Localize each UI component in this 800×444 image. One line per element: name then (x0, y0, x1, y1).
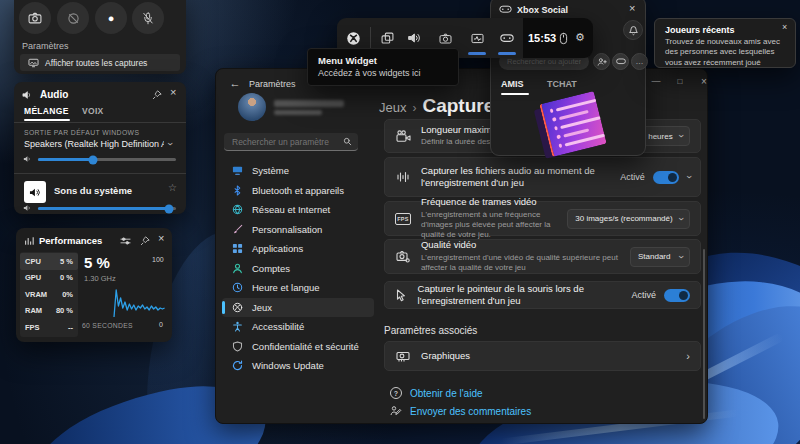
feedback-icon (390, 405, 402, 417)
bluetooth-icon (232, 185, 243, 196)
audio-widget-button[interactable] (402, 26, 426, 50)
notifications-button[interactable] (623, 20, 643, 40)
tab-voix[interactable]: VOIX (82, 106, 104, 116)
record-last-30s-button-disabled[interactable] (57, 2, 89, 34)
scrollbar[interactable] (703, 249, 705, 419)
breadcrumb: Jeux › Captures (379, 95, 505, 117)
chevron-right-icon: › (686, 350, 690, 362)
settings-search[interactable] (224, 133, 358, 151)
sidebar-item-comptes[interactable]: Comptes (222, 259, 374, 279)
recent-players-toast[interactable]: Joueurs récents × Trouvez de nouveaux am… (654, 18, 796, 68)
back-button[interactable]: ← (226, 75, 244, 91)
screenshot-button[interactable] (19, 2, 51, 34)
person-add-icon (597, 57, 607, 67)
sidebar-item-personnalisation[interactable]: Personnalisation (222, 220, 374, 240)
setting-row-capture-cursor[interactable]: Capturer le pointeur de la souris lors d… (384, 281, 701, 309)
performance-widget-button[interactable] (465, 26, 489, 50)
search-icon (343, 137, 352, 146)
close-icon[interactable]: × (158, 233, 164, 244)
avatar[interactable] (238, 93, 266, 121)
cpu-frequency: 1.30 GHz (84, 274, 116, 283)
stat-label: FPS (25, 323, 40, 332)
mouse-passthrough-button[interactable] (559, 32, 568, 45)
close-icon[interactable]: × (170, 87, 176, 98)
tab-melange[interactable]: MÉLANGE (24, 106, 69, 116)
output-device-select[interactable]: Speakers (Realtek High Definition Audio(… (24, 139, 178, 149)
sidebar-item-accessibilite[interactable]: Accessibilité (222, 317, 374, 337)
breadcrumb-parent[interactable]: Jeux (379, 100, 406, 115)
show-all-captures-button[interactable]: Afficher toutes les captures (20, 54, 180, 71)
main-volume-slider[interactable] (38, 158, 176, 161)
xbox-home-button[interactable] (341, 26, 365, 50)
settings-search-input[interactable] (232, 137, 343, 147)
clock-icon (232, 282, 243, 293)
tab-tchat[interactable]: TCHAT (547, 79, 577, 89)
gpu-icon (395, 350, 411, 363)
close-button[interactable]: × (692, 73, 716, 89)
widget-menu-button[interactable] (375, 26, 399, 50)
maximize-icon: □ (678, 77, 683, 86)
video-quality-dropdown[interactable]: Standard› (630, 247, 690, 267)
frame-rate-dropdown[interactable]: 30 images/s (recommandé)› (567, 209, 690, 229)
sidebar-item-heure-langue[interactable]: Heure et langue (222, 278, 374, 298)
setting-row-capture-audio[interactable]: Capturer les fichiers audio au moment de… (384, 157, 701, 197)
stat-row-ram[interactable]: RAM80 % (20, 303, 78, 320)
sidebar-item-jeux[interactable]: Jeux (222, 298, 374, 318)
setting-row-frame-rate[interactable]: FPS Fréquence de trames vidéo L'enregist… (384, 201, 701, 236)
dropdown-value: 2 heures (642, 132, 673, 141)
speaker-icon (22, 90, 33, 100)
shield-icon (232, 341, 243, 352)
send-feedback-link[interactable]: Envoyer des commentaires (390, 405, 531, 417)
lfg-button[interactable] (612, 53, 629, 70)
sidebar-item-label: Personnalisation (252, 224, 322, 235)
stat-row-fps[interactable]: FPS-- (20, 319, 78, 336)
filter-sliders-icon[interactable] (120, 236, 131, 246)
fps-icon: FPS (395, 213, 411, 225)
close-icon: × (701, 76, 707, 87)
sidebar-item-applications[interactable]: Applications (222, 239, 374, 259)
performance-stats-list: CPU5 % GPU0 % VRAM0% RAM80 % FPS-- (20, 252, 78, 337)
favorite-star-icon[interactable]: ☆ (168, 182, 177, 193)
capture-audio-toggle[interactable] (653, 171, 679, 184)
sidebar-item-systeme[interactable]: Système (222, 161, 374, 181)
close-icon[interactable]: × (782, 23, 787, 32)
stat-label: GPU (25, 273, 41, 282)
selected-indicator (222, 301, 225, 314)
xbox-icon (232, 302, 243, 313)
maximize-button[interactable]: □ (668, 73, 692, 89)
social-widget-button[interactable] (495, 26, 519, 50)
audio-divider (14, 173, 186, 174)
add-friend-button[interactable] (593, 53, 610, 70)
sidebar-item-confidentialite[interactable]: Confidentialité et sécurité (222, 337, 374, 357)
settings-nav: Système Bluetooth et appareils Réseau et… (222, 161, 374, 376)
get-help-link[interactable]: ? Obtenir de l'aide (390, 387, 483, 399)
system-volume-slider[interactable] (38, 207, 176, 210)
help-icon: ? (390, 387, 402, 399)
more-options-button[interactable]: … (631, 53, 648, 70)
close-icon[interactable]: × (629, 3, 635, 14)
sidebar-item-label: Windows Update (252, 360, 324, 371)
stat-row-cpu[interactable]: CPU5 % (20, 253, 78, 270)
capture-widget-button[interactable] (433, 26, 457, 50)
illustration-dot (552, 117, 557, 122)
stat-row-gpu[interactable]: GPU0 % (20, 270, 78, 287)
start-recording-button[interactable]: ● (95, 2, 127, 34)
system-volume-thumb[interactable] (165, 204, 174, 213)
setting-row-video-quality[interactable]: Qualité vidéo L'enregistrement d'une vid… (384, 239, 701, 274)
tab-amis[interactable]: AMIS (501, 79, 524, 89)
gamebar-settings-button[interactable]: ⚙ (575, 31, 585, 44)
mic-muted-button[interactable] (132, 2, 164, 34)
main-volume-thumb[interactable] (89, 155, 98, 164)
sidebar-item-reseau[interactable]: Réseau et Internet (222, 200, 374, 220)
capture-cursor-toggle[interactable] (664, 289, 690, 302)
audio-waves-icon (395, 171, 411, 183)
friend-search-input[interactable] (507, 57, 581, 66)
sidebar-item-bluetooth[interactable]: Bluetooth et appareils (222, 181, 374, 201)
pin-icon[interactable] (140, 236, 150, 246)
related-row-graphics[interactable]: Graphiques › (384, 341, 701, 371)
pin-icon[interactable] (152, 90, 162, 100)
expander-chevron-icon[interactable]: › (683, 175, 693, 178)
sidebar-item-windows-update[interactable]: Windows Update (222, 356, 374, 376)
minimize-button[interactable]: — (644, 73, 668, 89)
stat-row-vram[interactable]: VRAM0% (20, 286, 78, 303)
